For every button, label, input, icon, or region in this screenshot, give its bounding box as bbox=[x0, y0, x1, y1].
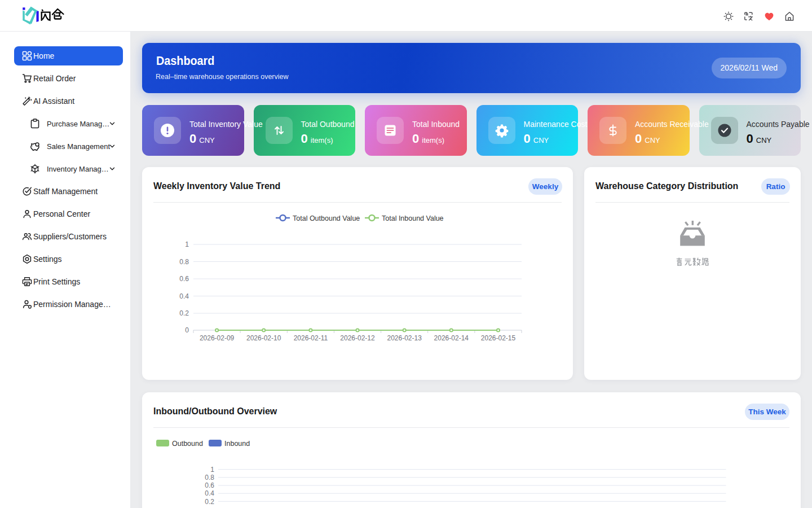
svg-text:2026-02-11: 2026-02-11 bbox=[294, 334, 328, 342]
svg-text:2026-02-15: 2026-02-15 bbox=[481, 334, 516, 342]
svg-text:2026-02-10: 2026-02-10 bbox=[246, 334, 281, 342]
svg-text:Inbound: Inbound bbox=[224, 440, 250, 448]
svg-text:0.4: 0.4 bbox=[179, 292, 189, 300]
svg-text:0.4: 0.4 bbox=[205, 489, 214, 497]
svg-text:0.2: 0.2 bbox=[205, 498, 214, 506]
svg-text:2026-02-13: 2026-02-13 bbox=[387, 334, 422, 342]
svg-text:0.6: 0.6 bbox=[205, 481, 214, 489]
svg-text:2026-02-12: 2026-02-12 bbox=[340, 334, 375, 342]
svg-text:1: 1 bbox=[210, 466, 214, 474]
svg-text:0.6: 0.6 bbox=[179, 275, 189, 283]
svg-text:0.8: 0.8 bbox=[179, 258, 189, 266]
svg-text:0: 0 bbox=[185, 326, 189, 334]
svg-text:Total Outbound Value: Total Outbound Value bbox=[293, 214, 360, 222]
svg-text:0.8: 0.8 bbox=[205, 474, 214, 481]
svg-text:2026-02-14: 2026-02-14 bbox=[434, 334, 469, 342]
svg-text:1: 1 bbox=[185, 240, 189, 248]
svg-text:Total Inbound Value: Total Inbound Value bbox=[382, 214, 444, 222]
svg-text:2026-02-09: 2026-02-09 bbox=[200, 334, 235, 342]
svg-text:Outbound: Outbound bbox=[172, 440, 203, 448]
svg-text:0.2: 0.2 bbox=[179, 309, 189, 317]
